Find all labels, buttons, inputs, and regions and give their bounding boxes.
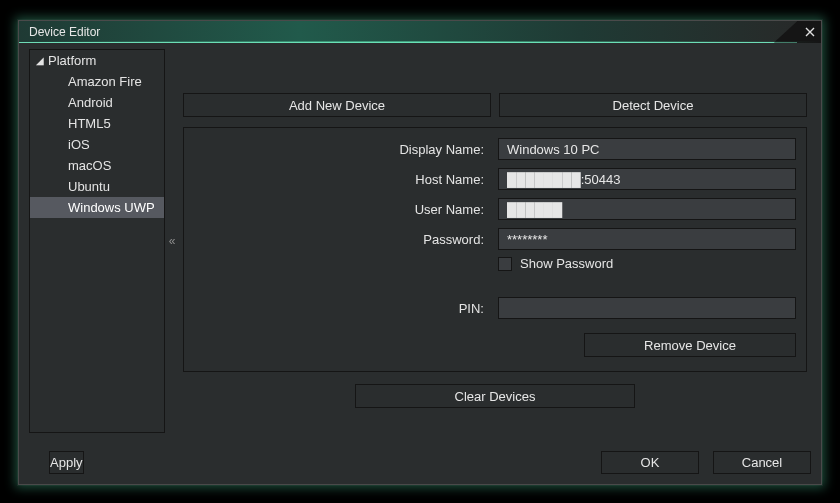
password-input[interactable]: ******** <box>498 228 796 250</box>
display-name-input[interactable]: Windows 10 PC <box>498 138 796 160</box>
close-icon <box>805 27 815 37</box>
client-area: ◢ Platform Amazon Fire Android HTML5 iOS… <box>19 43 821 484</box>
tree-item-label: Windows UWP <box>68 200 155 215</box>
button-label: Clear Devices <box>455 389 536 404</box>
display-name-label: Display Name: <box>194 142 484 157</box>
top-button-row: Add New Device Detect Device <box>179 93 811 127</box>
show-password-row: Show Password <box>194 256 796 271</box>
tree-item-ios[interactable]: iOS <box>30 134 164 155</box>
button-label: Apply <box>50 455 83 470</box>
host-name-input[interactable]: ████████:50443 <box>498 168 796 190</box>
upper-area: ◢ Platform Amazon Fire Android HTML5 iOS… <box>29 49 811 433</box>
pin-row: PIN: <box>194 297 796 319</box>
password-row: Password: ******** <box>194 228 796 250</box>
clear-devices-button[interactable]: Clear Devices <box>355 384 635 408</box>
pin-label: PIN: <box>194 301 484 316</box>
device-editor-window: Device Editor ◢ Platform Amazon Fire And… <box>18 20 822 485</box>
host-name-label: Host Name: <box>194 172 484 187</box>
input-value: ████████:50443 <box>507 172 620 187</box>
tree-item-label: Amazon Fire <box>68 74 142 89</box>
user-name-row: User Name: ██████ <box>194 198 796 220</box>
remove-device-row: Remove Device <box>194 333 796 357</box>
tree-item-label: iOS <box>68 137 90 152</box>
bottom-button-bar: Apply OK Cancel <box>29 451 811 474</box>
disclosure-triangle-icon[interactable]: ◢ <box>34 55 46 66</box>
window-title: Device Editor <box>19 25 100 39</box>
tree-root-platform[interactable]: ◢ Platform <box>30 50 164 71</box>
user-name-label: User Name: <box>194 202 484 217</box>
button-label: OK <box>641 455 660 470</box>
cancel-button[interactable]: Cancel <box>713 451 811 474</box>
show-password-label: Show Password <box>520 256 613 271</box>
button-label: Add New Device <box>289 98 385 113</box>
tree-item-ubuntu[interactable]: Ubuntu <box>30 176 164 197</box>
password-label: Password: <box>194 232 484 247</box>
tree-root-label: Platform <box>48 53 96 68</box>
platform-tree[interactable]: ◢ Platform Amazon Fire Android HTML5 iOS… <box>29 49 165 433</box>
collapse-icon: « <box>169 234 176 248</box>
tree-item-android[interactable]: Android <box>30 92 164 113</box>
close-button[interactable] <box>797 21 821 43</box>
pin-input[interactable] <box>498 297 796 319</box>
display-name-row: Display Name: Windows 10 PC <box>194 138 796 160</box>
host-name-row: Host Name: ████████:50443 <box>194 168 796 190</box>
tree-item-label: Ubuntu <box>68 179 110 194</box>
input-value: ██████ <box>507 202 562 217</box>
button-label: Remove Device <box>644 338 736 353</box>
tree-item-amazon-fire[interactable]: Amazon Fire <box>30 71 164 92</box>
button-label: Cancel <box>742 455 782 470</box>
tree-item-label: Android <box>68 95 113 110</box>
collapse-sidebar-handle[interactable]: « <box>165 49 179 433</box>
input-value: ******** <box>507 232 547 247</box>
tree-item-label: macOS <box>68 158 111 173</box>
device-form-panel: Display Name: Windows 10 PC Host Name: █… <box>183 127 807 372</box>
input-value: Windows 10 PC <box>507 142 599 157</box>
show-password-checkbox[interactable] <box>498 257 512 271</box>
detect-device-button[interactable]: Detect Device <box>499 93 807 117</box>
main-panel: Add New Device Detect Device Display Nam… <box>179 49 811 433</box>
user-name-input[interactable]: ██████ <box>498 198 796 220</box>
clear-devices-row: Clear Devices <box>179 384 811 408</box>
remove-device-button[interactable]: Remove Device <box>584 333 796 357</box>
titlebar[interactable]: Device Editor <box>19 21 821 43</box>
tree-item-label: HTML5 <box>68 116 111 131</box>
tree-item-macos[interactable]: macOS <box>30 155 164 176</box>
add-new-device-button[interactable]: Add New Device <box>183 93 491 117</box>
titlebar-slope <box>774 21 798 43</box>
tree-item-windows-uwp[interactable]: Windows UWP <box>30 197 164 218</box>
ok-button[interactable]: OK <box>601 451 699 474</box>
apply-button[interactable]: Apply <box>49 451 84 474</box>
tree-item-html5[interactable]: HTML5 <box>30 113 164 134</box>
button-label: Detect Device <box>613 98 694 113</box>
